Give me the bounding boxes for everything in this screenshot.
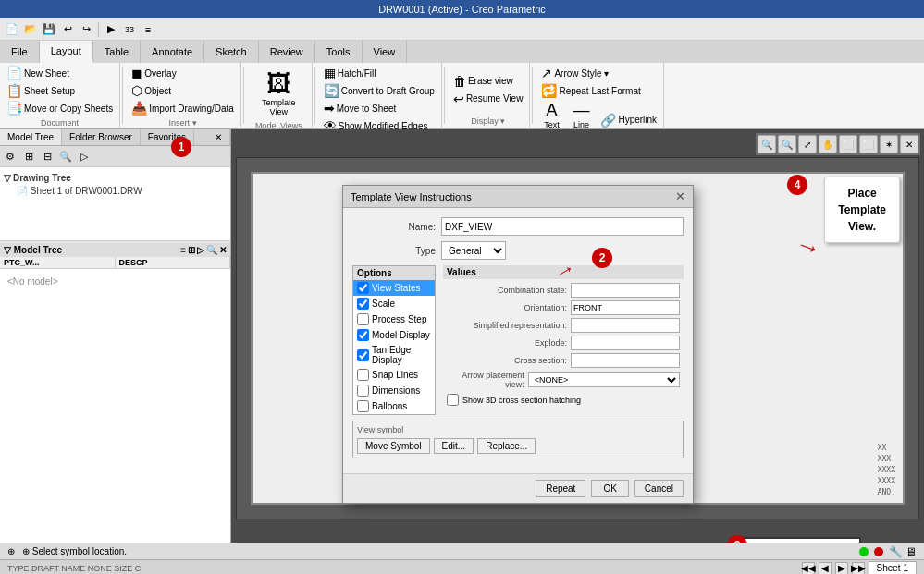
dt-view1[interactable]: ⬜ <box>839 135 857 153</box>
status-left: ⊕ ⊕ Select symbol location. <box>7 546 127 556</box>
qa-btn7[interactable]: ≡ <box>140 21 156 38</box>
tab-tools[interactable]: Tools <box>315 41 363 63</box>
qa-save[interactable]: 💾 <box>41 21 57 38</box>
btn-move-sheet[interactable]: ➡Move to Sheet <box>321 100 437 116</box>
mt-tool3[interactable]: ▷ <box>197 245 204 255</box>
btn-repeat-format[interactable]: 🔁Repeat Last Format <box>538 82 659 99</box>
tab-folder-browser[interactable]: Folder Browser <box>62 129 141 145</box>
tab-layout[interactable]: Layout <box>40 41 93 63</box>
qa-btn5[interactable]: ▶ <box>103 21 119 38</box>
simp-rep-input[interactable] <box>571 318 680 333</box>
tab-file[interactable]: File <box>0 41 40 63</box>
tab-review[interactable]: Review <box>259 41 315 63</box>
dt-view3[interactable]: ✶ <box>880 135 898 153</box>
btn-ok[interactable]: OK <box>591 480 628 497</box>
btn-cancel[interactable]: Cancel <box>634 480 684 497</box>
mt-tool4[interactable]: 🔍 <box>206 245 217 255</box>
tab-model-tree[interactable]: Model Tree <box>0 129 62 145</box>
status-text: ⊕ Select symbol location. <box>22 546 127 556</box>
option-process-step[interactable]: Process Step <box>353 311 435 327</box>
qa-open[interactable]: 📂 <box>22 21 39 38</box>
option-snap-lines[interactable]: Snap Lines <box>353 367 435 383</box>
btn-convert-draft[interactable]: 🔄Convert to Draft Group <box>321 82 437 99</box>
btn-import[interactable]: 📥Import Drawing/Data <box>129 100 237 116</box>
qa-undo[interactable]: ↩ <box>59 21 76 38</box>
explode-input[interactable] <box>571 336 680 350</box>
btn-sheet-setup[interactable]: 📋Sheet Setup <box>4 82 116 99</box>
title-text: DRW0001 (Active) - Creo Parametric <box>378 4 546 15</box>
view-symbol-title: View symbol <box>357 425 679 434</box>
dt-zoom-out[interactable]: 🔍 <box>778 135 796 153</box>
cross-sec-label: Cross section: <box>447 356 567 365</box>
mt-col2: DESCP <box>116 257 231 268</box>
cross-sec-input[interactable] <box>571 353 680 368</box>
ribbon-group-display-actions: 🗑Erase view ↩Resume View <box>450 65 526 115</box>
tab-view[interactable]: View <box>363 41 408 63</box>
qa-new[interactable]: 📄 <box>4 21 20 38</box>
panel-tool-collapse[interactable]: ⊟ <box>39 148 55 165</box>
mt-tool1[interactable]: ≡ <box>180 245 186 255</box>
nav-prev[interactable]: ◀ <box>819 562 832 575</box>
option-dimensions[interactable]: Dimensions <box>353 383 435 398</box>
qa-btn6[interactable]: 33 <box>121 21 138 38</box>
status-icons-right[interactable]: 🔧 🖥 <box>889 545 917 558</box>
option-tan-edge[interactable]: Tan Edge Display <box>353 343 435 367</box>
show-3d-checkbox[interactable] <box>447 394 459 406</box>
panel-tool-expand[interactable]: ⊞ <box>20 148 37 165</box>
divider1 <box>122 67 123 124</box>
tab-sketch[interactable]: Sketch <box>204 41 259 63</box>
options-panel: Options View States Scale Process Step M… <box>352 265 436 415</box>
panel-close-btn[interactable]: ✕ <box>207 129 230 145</box>
dialog-close-btn[interactable]: ✕ <box>675 189 685 203</box>
ribbon-group-edit: ▦Hatch/Fill 🔄Convert to Draft Group ➡Mov… <box>317 63 442 128</box>
panel-tool-filter[interactable]: 🔍 <box>57 148 74 165</box>
status-dot-green <box>859 547 869 556</box>
quick-access-toolbar: 📄 📂 💾 ↩ ↪ ▶ 33 ≡ <box>0 18 924 41</box>
option-model-display[interactable]: Model Display <box>353 327 435 343</box>
orient-input[interactable] <box>571 300 680 315</box>
btn-replace[interactable]: Replace... <box>477 438 536 454</box>
dt-zoom-in[interactable]: 🔍 <box>758 135 776 153</box>
ribbon-group-model-views: 🖼 TemplateView Model Views <box>246 63 313 128</box>
dt-zoom-fit[interactable]: ⤢ <box>798 135 817 153</box>
option-scale[interactable]: Scale <box>353 296 435 311</box>
tab-annotate[interactable]: Annotate <box>141 41 204 63</box>
btn-new-sheet[interactable]: 📄New Sheet <box>4 65 116 81</box>
btn-resume-view[interactable]: ↩Resume View <box>450 91 526 107</box>
arrow-place-select[interactable]: <NONE> <box>528 372 680 387</box>
mt-tool2[interactable]: ⊞ <box>188 245 195 255</box>
btn-arrow-style[interactable]: ↗Arrow Style ▾ <box>538 65 659 81</box>
dt-view2[interactable]: ⬜ <box>859 135 878 153</box>
panel-tool-settings[interactable]: ⚙ <box>2 148 18 165</box>
comb-state-input[interactable] <box>571 283 680 298</box>
drawing-sheet-item[interactable]: 📄 Sheet 1 of DRW0001.DRW <box>4 185 227 197</box>
option-view-states[interactable]: View States <box>353 280 435 296</box>
mt-tool5[interactable]: ✕ <box>219 245 227 255</box>
btn-template-view[interactable]: 🖼 TemplateView <box>257 67 301 119</box>
nav-first[interactable]: ◀◀ <box>802 562 815 575</box>
annotation-circle-4: 4 <box>787 175 807 195</box>
dt-view4[interactable]: ✕ <box>900 135 918 153</box>
btn-edit[interactable]: Edit... <box>434 438 474 454</box>
qa-redo[interactable]: ↪ <box>78 21 94 38</box>
btn-overlay[interactable]: ◼Overlay <box>129 65 237 81</box>
btn-object[interactable]: ⬡Object <box>129 82 237 99</box>
nav-last[interactable]: ▶▶ <box>852 562 865 575</box>
btn-move-copy-sheets[interactable]: 📑Move or Copy Sheets <box>4 100 116 116</box>
option-balloons[interactable]: Balloons <box>353 398 435 414</box>
dt-pan[interactable]: ✋ <box>819 135 837 153</box>
ribbon-group-insert-actions: ◼Overlay ⬡Object 📥Import Drawing/Data <box>129 65 237 116</box>
name-row: Name: <box>352 217 684 236</box>
ribbon-group-document-label: Document <box>4 116 116 128</box>
panel-tool-more[interactable]: ▷ <box>76 148 92 165</box>
btn-hatch[interactable]: ▦Hatch/Fill <box>321 65 437 81</box>
status-bar: ⊕ ⊕ Select symbol location. 🔧 🖥 <box>0 543 924 559</box>
type-select[interactable]: General <box>441 241 506 260</box>
btn-move-symbol[interactable]: Move Symbol <box>357 438 430 454</box>
btn-erase-view[interactable]: 🗑Erase view <box>450 73 526 90</box>
nav-next[interactable]: ▶ <box>835 562 848 575</box>
sheet-tab-1[interactable]: Sheet 1 <box>869 561 917 574</box>
tab-table[interactable]: Table <box>93 41 141 63</box>
name-input[interactable] <box>441 217 684 236</box>
btn-repeat[interactable]: Repeat <box>536 480 585 497</box>
